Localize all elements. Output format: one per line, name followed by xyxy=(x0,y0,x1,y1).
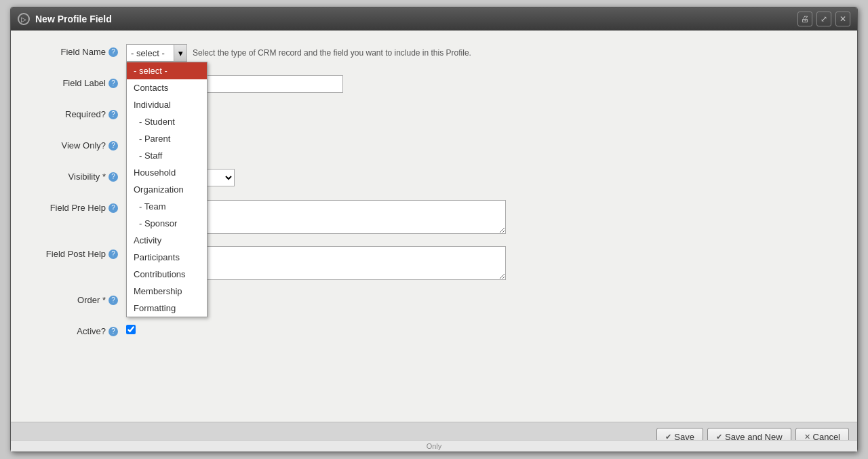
dropdown-option-formatting[interactable]: Formatting xyxy=(127,300,207,317)
visibility-label: Visibility * ? xyxy=(31,169,126,182)
dropdown-option-select[interactable]: - select - xyxy=(127,62,207,79)
active-help-icon[interactable]: ? xyxy=(108,327,118,336)
modal-content: Field Name ? - select - ▾ - select -Cont… xyxy=(11,31,857,422)
print-button[interactable]: 🖨 xyxy=(797,12,812,26)
window-icon: ▷ xyxy=(18,13,30,25)
dropdown-option-individual[interactable]: Individual xyxy=(127,96,207,113)
dropdown-option-staff[interactable]: - Staff xyxy=(127,147,207,164)
dropdown-option-contacts[interactable]: Contacts xyxy=(127,79,207,96)
field-name-control: - select - ▾ - select -ContactsIndividua… xyxy=(126,44,837,62)
dropdown-option-team[interactable]: - Team xyxy=(127,198,207,215)
order-label: Order * ? xyxy=(31,292,126,305)
field-pre-help-label: Field Pre Help ? xyxy=(31,200,126,213)
field-name-row: Field Name ? - select - ▾ - select -Cont… xyxy=(31,44,837,63)
visibility-help-icon[interactable]: ? xyxy=(108,172,118,182)
field-name-label: Field Name ? xyxy=(31,44,126,57)
view-only-label: View Only? ? xyxy=(31,138,126,151)
active-checkbox[interactable] xyxy=(126,325,136,334)
title-bar-left: ▷ New Profile Field xyxy=(18,13,112,25)
view-only-control xyxy=(126,138,837,148)
field-pre-help-icon[interactable]: ? xyxy=(108,203,118,213)
field-name-info: Select the type of CRM record and the fi… xyxy=(193,48,471,58)
dropdown-option-organization[interactable]: Organization xyxy=(127,181,207,198)
dropdown-option-activity[interactable]: Activity xyxy=(127,232,207,249)
visibility-control: Admin Only Public Members xyxy=(126,169,837,186)
dropdown-option-membership[interactable]: Membership xyxy=(127,283,207,300)
expand-button[interactable]: ⤢ xyxy=(816,12,831,26)
field-name-help-icon[interactable]: ? xyxy=(108,47,118,57)
active-label: Active? ? xyxy=(31,323,126,336)
bottom-note: Only xyxy=(11,440,857,452)
view-only-help-icon[interactable]: ? xyxy=(108,141,118,151)
dropdown-option-household[interactable]: Household xyxy=(127,164,207,181)
field-pre-help-control xyxy=(126,200,837,234)
order-control xyxy=(126,292,837,310)
title-bar-buttons: 🖨 ⤢ ✕ xyxy=(797,12,850,26)
order-help-icon[interactable]: ? xyxy=(108,296,118,305)
active-checkbox-wrap xyxy=(126,323,136,334)
field-name-dropdown[interactable]: - select -ContactsIndividual- Student- P… xyxy=(126,62,208,317)
dropdown-option-contributions[interactable]: Contributions xyxy=(127,266,207,283)
field-post-help-icon[interactable]: ? xyxy=(108,250,118,259)
title-bar: ▷ New Profile Field 🖨 ⤢ ✕ xyxy=(11,7,857,31)
field-label-control xyxy=(126,75,837,93)
field-label-label: Field Label ? xyxy=(31,75,126,88)
field-post-help-label: Field Post Help ? xyxy=(31,246,126,259)
required-control xyxy=(126,106,837,117)
window-title: New Profile Field xyxy=(35,14,112,24)
field-name-select-display[interactable]: - select - xyxy=(126,44,187,62)
active-control xyxy=(126,323,837,334)
required-label: Required? ? xyxy=(31,106,126,119)
active-row: Active? ? xyxy=(31,323,837,342)
field-label-help-icon[interactable]: ? xyxy=(108,79,118,88)
dropdown-option-participants[interactable]: Participants xyxy=(127,249,207,266)
field-post-help-control xyxy=(126,246,837,280)
dropdown-option-parent[interactable]: - Parent xyxy=(127,130,207,147)
dropdown-option-sponsor[interactable]: - Sponsor xyxy=(127,215,207,232)
required-help-icon[interactable]: ? xyxy=(108,110,118,119)
close-button[interactable]: ✕ xyxy=(835,12,850,26)
dropdown-option-student[interactable]: - Student xyxy=(127,113,207,130)
field-name-select-wrapper: - select - ▾ - select -ContactsIndividua… xyxy=(126,44,187,62)
modal-window: ▷ New Profile Field 🖨 ⤢ ✕ Field Name ? -… xyxy=(10,7,858,452)
